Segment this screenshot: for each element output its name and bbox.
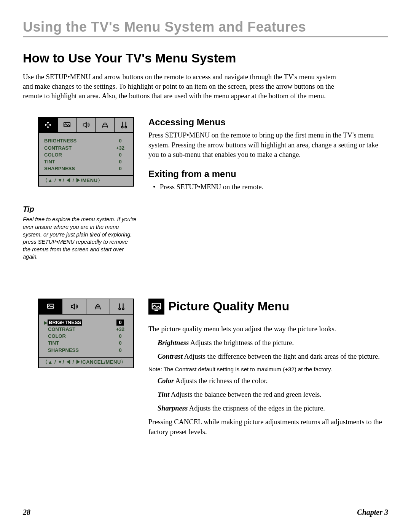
osd-value: 0 <box>113 165 128 172</box>
osd1-footer: 〈▲ / ▼/ ◀ / ▶/MENU〉 <box>39 175 133 186</box>
picture-tab-icon <box>39 299 62 314</box>
osd-value: +32 <box>113 145 128 152</box>
osd-value: 0 <box>113 158 128 165</box>
osd-value: 0 <box>116 320 124 326</box>
tools-tab-icon <box>110 299 133 314</box>
osd-value: 0 <box>113 340 128 347</box>
osd-value: 0 <box>113 347 128 354</box>
osd-label: BRIGHTNESS <box>48 320 82 326</box>
osd2-footer: 〈▲ / ▼/ ◀ / ▶/CANCEL/MENU〉 <box>39 357 133 367</box>
osd1-tabs <box>39 118 133 133</box>
chapter-label: Chapter 3 <box>357 508 388 517</box>
osd-label: TINT <box>44 340 59 347</box>
desc-text: Adjusts the brightness of the picture. <box>189 339 294 347</box>
left-column-1: BRIGHTNESS0 CONTRAST+32 COLOR0 TINT0 SHA… <box>23 117 137 264</box>
right-column-2: Picture Quality Menu The picture quality… <box>148 299 388 441</box>
osd1-row: TINT0 <box>44 158 128 165</box>
section2-title: Picture Quality Menu <box>168 299 289 313</box>
right-column-1: Accessing Menus Press SETUP•MENU on the … <box>148 117 388 192</box>
osd-value: 0 <box>113 333 128 340</box>
left-column-2: ▶BRIGHTNESS 0 CONTRAST+32 COLOR0 TINT0 S… <box>23 299 137 368</box>
osd2-tabs <box>39 299 133 315</box>
brightness-desc: Brightness Adjusts the brightness of the… <box>158 338 388 348</box>
osd-label: TINT <box>44 158 55 165</box>
right-arrow-icon: ▶ <box>44 320 47 325</box>
osd-menu-1: BRIGHTNESS0 CONTRAST+32 COLOR0 TINT0 SHA… <box>38 117 134 187</box>
osd2-row: COLOR0 <box>44 333 128 340</box>
page-footer: 28 Chapter 3 <box>23 508 388 517</box>
term-tint: Tint <box>158 391 169 398</box>
osd-label: COLOR <box>44 152 62 158</box>
osd-label: SHARPNESS <box>44 347 79 354</box>
tip-text: Feel free to explore the menu system. If… <box>23 216 137 264</box>
osd-value: +32 <box>113 326 128 333</box>
section2-columns: ▶BRIGHTNESS 0 CONTRAST+32 COLOR0 TINT0 S… <box>23 299 388 441</box>
osd2-row-highlight: ▶BRIGHTNESS 0 <box>44 319 128 326</box>
page-header: Using the TV's Menu System and Features <box>23 19 388 37</box>
term-color: Color <box>158 377 174 385</box>
audio-tab-icon <box>77 118 96 132</box>
section1-columns: BRIGHTNESS0 CONTRAST+32 COLOR0 TINT0 SHA… <box>23 117 388 264</box>
osd-label: COLOR <box>44 333 66 340</box>
section1-title: How to Use Your TV's Menu System <box>23 51 388 66</box>
term-sharpness: Sharpness <box>158 404 188 412</box>
picture-quality-heading: Picture Quality Menu <box>148 299 388 315</box>
accessing-heading: Accessing Menus <box>148 117 388 128</box>
osd2-row: SHARPNESS0 <box>44 347 128 354</box>
osd-label: CONTRAST <box>44 326 75 333</box>
picture-tab-icon <box>58 118 77 132</box>
desc-text: Adjusts the balance between the red and … <box>169 391 322 398</box>
desc-text: Adjusts the difference between the light… <box>183 353 380 360</box>
arrows-tab-icon <box>39 118 58 132</box>
channel-tab-icon <box>86 299 110 314</box>
section1-intro: Use the SETUP•MENU and arrow buttons on … <box>23 72 339 101</box>
osd2-row: CONTRAST+32 <box>44 326 128 333</box>
tools-tab-icon <box>115 118 133 132</box>
exiting-heading: Exiting from a menu <box>148 169 388 179</box>
osd-label: CONTRAST <box>44 145 72 152</box>
osd1-row: CONTRAST+32 <box>44 145 128 152</box>
term-contrast: Contrast <box>158 353 183 360</box>
sharpness-desc: Sharpness Adjusts the crispness of the e… <box>158 404 388 414</box>
section2-outro: Pressing CANCEL while making picture adj… <box>148 417 388 437</box>
section2-intro: The picture quality menu lets you adjust… <box>148 324 388 334</box>
desc-text: Adjusts the richness of the color. <box>174 377 268 385</box>
contrast-note: Note: The Contrast default setting is se… <box>148 365 388 373</box>
desc-text: Adjusts the crispness of the edges in th… <box>188 404 325 412</box>
osd2-row: TINT0 <box>44 340 128 347</box>
tip-title: Tip <box>23 205 137 214</box>
osd1-row: COLOR0 <box>44 152 128 158</box>
osd1-row: SHARPNESS0 <box>44 165 128 172</box>
audio-tab-icon <box>62 299 86 314</box>
tip-block: Tip Feel free to explore the menu system… <box>23 205 137 264</box>
page-number: 28 <box>23 508 30 517</box>
picture-icon <box>148 299 164 315</box>
tint-desc: Tint Adjusts the balance between the red… <box>158 390 388 400</box>
color-desc: Color Adjusts the richness of the color. <box>158 376 388 386</box>
contrast-desc: Contrast Adjusts the difference between … <box>158 352 388 362</box>
osd2-body: ▶BRIGHTNESS 0 CONTRAST+32 COLOR0 TINT0 S… <box>39 315 133 357</box>
osd1-row: BRIGHTNESS0 <box>44 137 128 144</box>
osd-menu-2: ▶BRIGHTNESS 0 CONTRAST+32 COLOR0 TINT0 S… <box>38 299 134 368</box>
osd-label: SHARPNESS <box>44 165 75 172</box>
osd-value: 0 <box>113 137 128 144</box>
osd1-body: BRIGHTNESS0 CONTRAST+32 COLOR0 TINT0 SHA… <box>39 133 133 175</box>
term-brightness: Brightness <box>158 339 189 347</box>
exiting-bullet: Press SETUP•MENU on the remote. <box>160 182 388 192</box>
accessing-body: Press SETUP•MENU on the remote to bring … <box>148 131 388 159</box>
channel-tab-icon <box>96 118 115 132</box>
osd-value: 0 <box>113 152 128 158</box>
osd-label: BRIGHTNESS <box>44 137 76 144</box>
